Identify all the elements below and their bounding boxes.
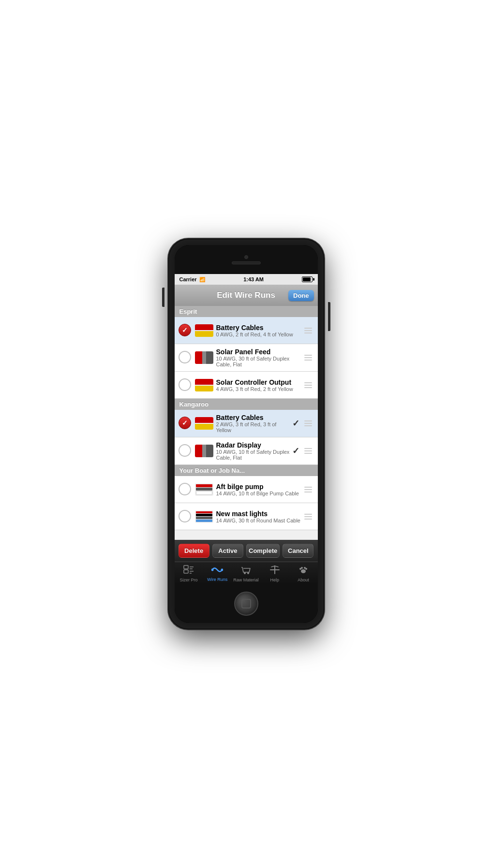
item-text: Battery Cables 0 AWG, 2 ft of Red, 4 ft … [216, 324, 302, 337]
wire-icon-red-yellow [195, 324, 213, 337]
item-subtitle: 0 AWG, 2 ft of Red, 4 ft of Yellow [216, 332, 302, 337]
item-right: ✓ [292, 446, 314, 456]
item-title: Battery Cables [216, 414, 292, 421]
checked-icon [179, 417, 191, 429]
power-button [328, 302, 330, 331]
item-subtitle: 2 AWG, 3 ft of Red, 3 ft of Yellow [216, 421, 292, 433]
item-right [302, 326, 314, 335]
list-item[interactable]: Battery Cables 2 AWG, 3 ft of Red, 3 ft … [175, 410, 318, 437]
item-title: Solar Panel Feed [216, 348, 302, 356]
list-item[interactable]: Solar Controller Output 4 AWG, 3 ft of R… [175, 372, 318, 399]
wire-runs-icon [211, 565, 223, 576]
bottom-toolbar: Delete Active Complete Cancel [175, 540, 318, 562]
item-text: New mast lights 14 AWG, 30 ft of Round M… [216, 510, 302, 523]
reorder-icon[interactable] [302, 353, 314, 362]
wire-icon-red-yellow [195, 417, 213, 430]
tab-help-label: Help [270, 578, 279, 582]
section-header-yourboat: Your Boat or Job Na... [175, 465, 318, 476]
item-subtitle: 14 AWG, 30 ft of Round Mast Cable [216, 518, 302, 523]
camera [244, 255, 248, 259]
wire-icon-duplex [195, 351, 213, 364]
list-spacer [175, 530, 318, 540]
wifi-icon: 📶 [199, 277, 205, 282]
done-button[interactable]: Done [288, 290, 314, 301]
unchecked-icon [179, 483, 191, 495]
reorder-icon[interactable] [302, 485, 314, 494]
carrier-text: Carrier [179, 276, 197, 282]
list-item[interactable]: Radar Display 10 AWG, 10 ft of Safety Du… [175, 437, 318, 465]
reorder-icon[interactable] [302, 419, 314, 428]
svg-rect-1 [184, 570, 188, 573]
checkbox-mast[interactable] [179, 510, 192, 523]
item-subtitle: 10 AWG, 30 ft of Safety Duplex Cable, Fl… [216, 356, 302, 367]
sizer-icon [183, 565, 194, 576]
status-bar: Carrier 📶 1:43 AM [175, 274, 318, 285]
section-header-kangaroo: Kangaroo [175, 399, 318, 410]
list-item[interactable]: Solar Panel Feed 10 AWG, 30 ft of Safety… [175, 344, 318, 372]
item-subtitle: 10 AWG, 10 ft of Safety Duplex Cable, Fl… [216, 449, 292, 461]
completed-checkmark: ✓ [292, 446, 299, 456]
screen-content: Carrier 📶 1:43 AM Edit Wire Runs Done Es… [175, 274, 318, 584]
item-right [302, 380, 314, 390]
item-title: Radar Display [216, 441, 292, 449]
tab-wire-runs[interactable]: Wire Runs [203, 562, 232, 584]
item-title: Battery Cables [216, 324, 302, 332]
checkbox-kangaroo-battery[interactable] [179, 417, 192, 430]
list-item[interactable]: Battery Cables 0 AWG, 2 ft of Red, 4 ft … [175, 317, 318, 344]
complete-button[interactable]: Complete [246, 544, 280, 558]
item-title: New mast lights [216, 510, 302, 518]
nav-title: Edit Wire Runs [217, 290, 275, 300]
reorder-icon[interactable] [302, 380, 314, 390]
unchecked-icon [179, 378, 191, 391]
item-text: Solar Panel Feed 10 AWG, 30 ft of Safety… [216, 348, 302, 367]
svg-rect-0 [184, 565, 188, 569]
svg-point-9 [247, 572, 249, 574]
tab-sizer-pro[interactable]: Sizer Pro [175, 562, 203, 584]
checked-icon [179, 324, 191, 336]
checkbox-esprit-battery[interactable] [179, 324, 192, 337]
checkbox-esprit-solar-panel[interactable] [179, 351, 192, 364]
tab-raw-material[interactable]: Raw Material [232, 562, 260, 584]
item-title: Solar Controller Output [216, 378, 302, 386]
item-right [302, 353, 314, 362]
tab-about[interactable]: About [289, 562, 317, 584]
tab-wire-runs-label: Wire Runs [207, 577, 227, 582]
tab-about-label: About [298, 578, 309, 582]
item-right [302, 485, 314, 494]
completed-checkmark: ✓ [292, 418, 299, 429]
reorder-icon[interactable] [302, 512, 314, 521]
svg-point-18 [304, 567, 306, 569]
list-item[interactable]: New mast lights 14 AWG, 30 ft of Round M… [175, 503, 318, 530]
reorder-icon[interactable] [302, 326, 314, 335]
item-text: Solar Controller Output 4 AWG, 3 ft of R… [216, 378, 302, 392]
cancel-button[interactable]: Cancel [283, 544, 313, 558]
wire-icon-multi-round [195, 510, 213, 523]
list-item[interactable]: Aft bilge pump 14 AWG, 10 ft of Bilge Pu… [175, 476, 318, 503]
item-text: Radar Display 10 AWG, 10 ft of Safety Du… [216, 441, 292, 461]
nav-bar: Edit Wire Runs Done [175, 285, 318, 306]
wire-icon-duplex [195, 445, 213, 457]
checkbox-bilge[interactable] [179, 483, 192, 496]
item-text: Aft bilge pump 14 AWG, 10 ft of Bilge Pu… [216, 483, 302, 496]
tab-help[interactable]: Help [260, 562, 289, 584]
item-title: Aft bilge pump [216, 483, 302, 491]
checkbox-esprit-solar-ctrl[interactable] [179, 378, 192, 392]
unchecked-icon [179, 510, 191, 522]
tab-sizer-label: Sizer Pro [180, 578, 198, 582]
battery-icon [302, 276, 313, 282]
home-button-inner [241, 599, 251, 608]
wire-icon-multi [195, 483, 213, 496]
svg-line-12 [271, 566, 275, 567]
phone-screen: Carrier 📶 1:43 AM Edit Wire Runs Done Es… [175, 245, 318, 623]
unchecked-icon [179, 351, 191, 363]
home-button[interactable] [234, 592, 258, 616]
active-button[interactable]: Active [212, 544, 243, 558]
checkbox-kangaroo-radar[interactable] [179, 444, 192, 458]
svg-point-14 [301, 569, 306, 573]
reorder-icon[interactable] [302, 446, 314, 456]
svg-point-17 [301, 567, 303, 569]
time-display: 1:43 AM [243, 276, 264, 282]
item-right: ✓ [292, 418, 314, 429]
volume-button [162, 288, 164, 307]
delete-button[interactable]: Delete [179, 544, 209, 558]
